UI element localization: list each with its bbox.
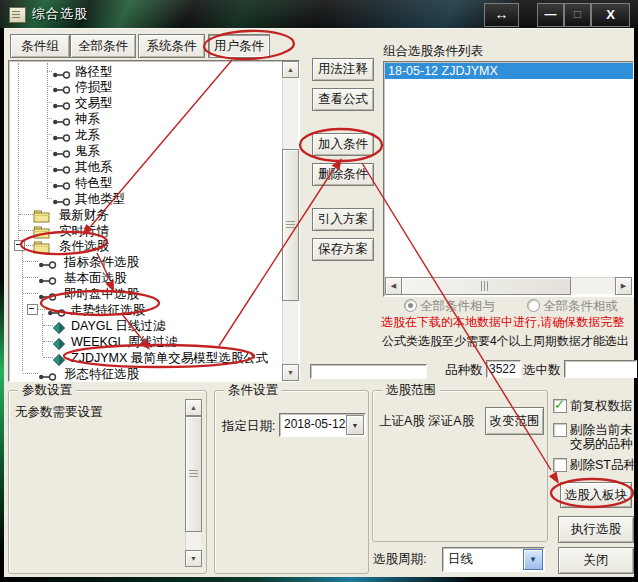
total-count-value: 3522 [489,362,516,376]
tree-item-20[interactable]: 形态特征选股 [9,365,281,381]
scroll-up-icon: ▲ [190,404,197,411]
radio-all-and-label: 全部条件相与 [420,298,495,315]
tree-item-19[interactable]: ZJDJYMX 最简单交易模型选股公式 [9,349,281,365]
forward-adjusted-data-checkbox[interactable]: ✓ [553,399,567,413]
close-icon: X [606,7,615,22]
minimize-icon: — [545,7,557,21]
list-hscrollbar-thumb[interactable] [401,277,571,295]
period-value: 日线 [448,551,473,568]
tree-item-label: 形态特征选股 [64,366,139,383]
forward-adjusted-data-checkbox-label: 前复权数据 [570,398,633,415]
tree-connector [23,277,38,278]
progress-bar [310,364,427,379]
params-scroll-up-button[interactable]: ▲ [185,399,202,416]
tree-item-17[interactable]: DAYGL 日线过滤 [9,317,281,333]
exclude-st-checkbox[interactable] [553,458,567,472]
tab-3[interactable]: 系统条件 [138,34,205,58]
radio-all-or[interactable] [527,299,540,312]
dropdown-icon: ▼ [529,555,537,564]
scroll-up-icon: ▲ [287,66,294,73]
tree-item-12[interactable]: 条件选股 [9,237,281,253]
tree-item-18[interactable]: WEEKGL 周线过滤 [9,333,281,349]
view-formula-button[interactable]: 查看公式 [312,88,374,111]
params-scroll-down-button[interactable]: ▼ [185,550,202,567]
tree-connector [43,357,53,358]
tree-item-9[interactable]: 其他类型 [9,190,281,206]
scroll-right-icon: ▶ [621,282,626,290]
tree-item-13[interactable]: 指标条件选股 [9,253,281,269]
app-icon [9,7,26,23]
import-plan-button[interactable]: 引入方案 [312,208,374,231]
collapse-toggle-icon[interactable] [14,240,25,251]
tab-4[interactable]: 用户条件 [208,34,270,58]
exclude-untraded-checkbox[interactable] [553,423,567,437]
condition-tree: 路径型停损型交易型神系龙系鬼系其他系特色型其他类型最新财务实时行情条件选股指标条… [8,60,300,382]
date-dropdown-button[interactable]: ▼ [346,415,364,435]
params-empty-text: 无参数需要设置 [15,404,103,421]
date-combobox[interactable]: 2018-05-12 ▼ [279,413,366,437]
tab-1[interactable]: 条件组 [10,34,70,58]
maximize-icon: □ [574,7,581,21]
comprehensive-stock-selection-window: 综合选股 ↔ — □ X 条件组全部条件系统条件用户条件 路径型停损型交易型神系… [0,0,638,582]
tree-scroll-up-button[interactable]: ▲ [282,61,299,78]
tree-item-16[interactable]: 走势特征选股 [9,301,281,317]
tree-item-5[interactable]: 龙系 [9,126,281,142]
period-label: 选股周期: [373,551,426,568]
tree-connector [19,214,33,215]
minimize-button[interactable]: — [537,3,564,27]
execute-selection-button[interactable]: 执行选股 [558,516,634,543]
window-border-right [634,28,638,582]
tree-item-1[interactable]: 路径型 [9,63,281,79]
tree-connector [37,309,47,310]
list-scroll-right-button[interactable]: ▶ [615,277,632,295]
list-title: 组合选股条件列表 [383,43,483,60]
scope-groupbox: 选股范围 上证A股 深证A股 改变范围 [372,390,548,542]
tree-connector [19,230,33,231]
usage-notes-button[interactable]: 用法注释 [312,58,374,81]
close-dialog-button[interactable]: 关闭 [558,547,634,574]
title-bar: 综合选股 ↔ — □ X [0,0,638,28]
tree-item-14[interactable]: 基本面选股 [9,269,281,285]
radio-all-and[interactable] [404,299,417,312]
check-icon: ✓ [554,397,565,412]
window-border-left [0,28,4,582]
save-plan-button[interactable]: 保存方案 [312,238,374,261]
period-dropdown-button[interactable]: ▼ [523,549,543,570]
tree-item-3[interactable]: 交易型 [9,94,281,110]
date-label: 指定日期: [222,418,275,435]
condition-list-item[interactable]: 18-05-12 ZJDJYMX [385,63,633,79]
exclude-untraded-checkbox-label: 交易的品种 [570,436,633,453]
select-into-block-button[interactable]: 选股入板块 [560,482,632,508]
selected-count-field [564,360,637,378]
scope-groupbox-title: 选股范围 [382,382,440,399]
tree-connector [43,341,53,342]
add-condition-button[interactable]: 加入条件 [312,133,374,156]
maximize-button[interactable]: □ [564,3,591,27]
tree-item-11[interactable]: 实时行情 [9,222,281,238]
params-scrollbar-thumb[interactable] [185,416,202,532]
list-scroll-left-button[interactable]: ◀ [385,277,402,295]
delete-condition-button[interactable]: 删除条件 [312,163,374,186]
period-combobox[interactable]: 日线 ▼ [442,547,545,572]
tree-item-15[interactable]: 即时盘中选股 [9,285,281,301]
stretch-button[interactable]: ↔ [484,3,519,27]
date-value: 2018-05-12 [284,417,345,431]
scope-text: 上证A股 深证A股 [379,413,474,430]
total-count-field: 3522 [486,360,521,378]
collapse-toggle-icon[interactable] [27,304,38,315]
tree-scrollbar-thumb[interactable] [282,149,299,301]
condition-list[interactable]: 18-05-12 ZJDJYMX ◀ ▶ [383,61,634,297]
tree-scroll-down-button[interactable]: ▼ [282,364,299,381]
close-button[interactable]: X [591,3,630,27]
params-groupbox-title: 参数设置 [18,382,76,399]
tree-item-8[interactable]: 特色型 [9,174,281,190]
tree-item-2[interactable]: 停损型 [9,78,281,94]
tree-item-7[interactable]: 其他系 [9,158,281,174]
tree-item-6[interactable]: 鬼系 [9,142,281,158]
change-scope-button[interactable]: 改变范围 [485,407,544,435]
tree-item-10[interactable]: 最新财务 [9,206,281,222]
tree-connector [23,373,38,374]
tab-2[interactable]: 全部条件 [70,34,136,58]
tree-item-4[interactable]: 神系 [9,110,281,126]
scroll-down-icon: ▼ [190,555,197,562]
